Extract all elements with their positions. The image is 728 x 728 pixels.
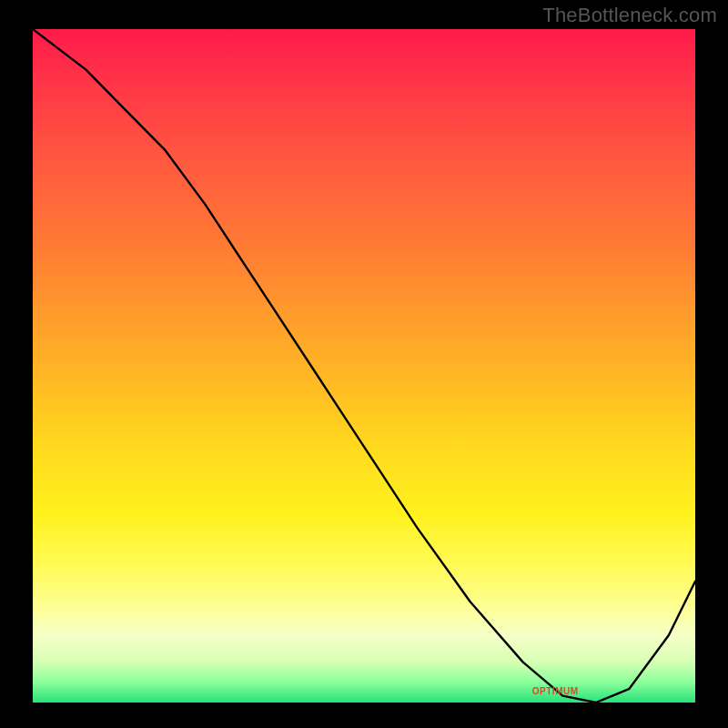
chart-frame: TheBottleneck.com OPTIMUM [0, 0, 728, 728]
watermark-text: TheBottleneck.com [542, 4, 717, 27]
plot-area: OPTIMUM [33, 29, 695, 703]
curve-path [33, 29, 695, 703]
optimum-label: OPTIMUM [532, 686, 579, 696]
bottleneck-curve [33, 29, 695, 703]
